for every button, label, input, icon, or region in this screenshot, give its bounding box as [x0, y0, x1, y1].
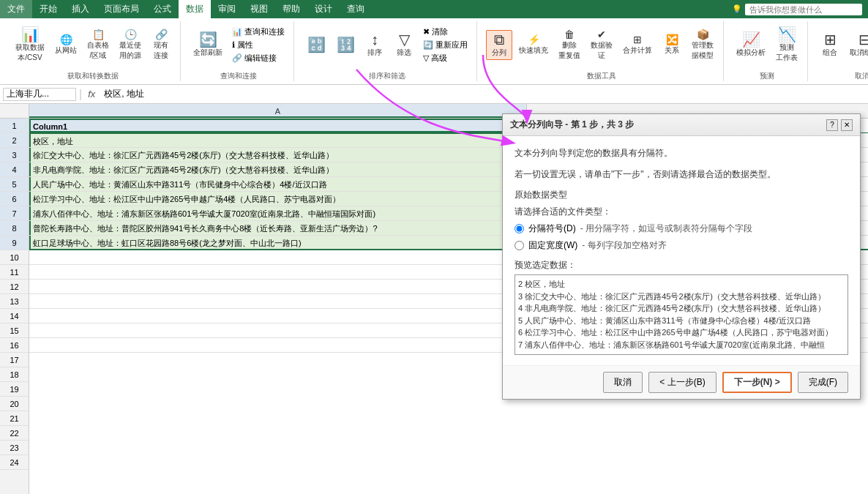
cell-a6[interactable]: 松江学习中心、地址：松江区中山中路265号申越广场4楼（人民路口、苏宁电器对面） — [29, 192, 527, 206]
tab-help[interactable]: 帮助 — [275, 0, 307, 18]
dialog-close-btn[interactable]: ✕ — [841, 119, 853, 131]
row-header-7[interactable]: 7 — [0, 206, 29, 221]
btn-properties[interactable]: ℹ属性 — [229, 39, 288, 51]
row-header-18[interactable]: 18 — [0, 367, 29, 382]
btn-get-data[interactable]: 📊 获取数据本/CSV — [12, 25, 48, 65]
btn-refresh-all[interactable]: 🔄 全部刷新 — [190, 30, 226, 60]
advanced-icon: ▽ — [423, 53, 429, 63]
row-header-4[interactable]: 4 — [0, 162, 29, 177]
btn-consolidate[interactable]: ⊞ 合并计算 — [619, 32, 656, 58]
tab-data[interactable]: 数据 — [179, 0, 211, 18]
btn-query-connect[interactable]: 📊查询和连接 — [229, 26, 288, 38]
btn-forecast-sheet[interactable]: 📉 预测工作表 — [772, 25, 801, 65]
cell-a9[interactable]: 虹口足球场中心、地址：虹口区花园路88号6楼(龙之梦对面、中山北一路口) — [29, 236, 527, 249]
row-header-17[interactable]: 17 — [0, 353, 29, 367]
cell-a10[interactable] — [29, 250, 527, 264]
row-header-14[interactable]: 14 — [0, 309, 29, 323]
row-header-19[interactable]: 19 — [0, 382, 29, 397]
btn-relationships[interactable]: 🔀 关系 — [659, 32, 685, 58]
tab-file[interactable]: 文件 — [0, 0, 32, 18]
row-header-23[interactable]: 23 — [0, 441, 29, 455]
tab-insert[interactable]: 插入 — [64, 0, 97, 18]
btn-prev[interactable]: < 上一步(B) — [648, 372, 716, 393]
radio-fixed[interactable] — [515, 241, 524, 250]
row-header-10[interactable]: 10 — [0, 250, 29, 265]
cell-a3[interactable]: 徐汇交大中心、地址：徐汇区广元西路45号2楼(东厅)（交大慧谷科技楼、近华山路） — [29, 148, 527, 162]
btn-manage-model[interactable]: 📦 管理数据模型 — [688, 27, 717, 63]
row-header-21[interactable]: 21 — [0, 411, 29, 426]
btn-cancel[interactable]: 取消 — [603, 372, 643, 393]
cell-a16[interactable] — [29, 338, 527, 352]
tab-view[interactable]: 视图 — [243, 0, 275, 18]
cell-a14[interactable] — [29, 309, 527, 323]
row-header-12[interactable]: 12 — [0, 280, 29, 294]
row-header-11[interactable]: 11 — [0, 265, 29, 280]
tab-query[interactable]: 查询 — [340, 0, 372, 18]
cell-a11[interactable] — [29, 265, 527, 279]
cell-a1[interactable]: Column1 — [29, 119, 527, 132]
cell-a4[interactable]: 非凡电商学院、地址：徐汇区广元西路45号2楼(东厅)（交大慧谷科技楼、近华山路） — [29, 162, 527, 176]
tab-home[interactable]: 开始 — [32, 0, 64, 18]
cell-a7[interactable]: 浦东八佰伴中心、地址：浦东新区张杨路601号华诚大厦7020室(近南泉北路、中融… — [29, 206, 527, 220]
query-connect-label: 查询和连接 — [220, 68, 257, 81]
preview-box[interactable]: 2 校区，地址3 徐汇交大中心、地址：徐汇区广元西路45号2楼(东厅)（交大慧谷… — [515, 274, 848, 355]
radio-delimited[interactable] — [515, 224, 524, 233]
tab-design[interactable]: 设计 — [307, 0, 340, 18]
cell-a15[interactable] — [29, 323, 527, 337]
btn-ungroup[interactable]: ⊟ 取消组合 — [846, 30, 868, 60]
btn-az-sort[interactable]: 🔡 — [303, 35, 329, 55]
row-header-13[interactable]: 13 — [0, 294, 29, 309]
radio-delimited-option: 分隔符号(D) - 用分隔字符，如逗号或制表符分隔每个字段 — [515, 222, 848, 235]
row-header-3[interactable]: 3 — [0, 148, 29, 162]
formula-input[interactable] — [101, 89, 865, 100]
data-tools-items: ⧉ 分列 ⚡ 快速填充 🗑 删除重复值 ✔ 数据验证 ⊞ 合并计算 — [486, 21, 717, 68]
row-header-15[interactable]: 15 — [0, 323, 29, 338]
btn-recent[interactable]: 🕒 最近使用的源 — [116, 27, 145, 63]
btn-text-to-columns[interactable]: ⧉ 分列 — [486, 30, 512, 60]
btn-clear[interactable]: ✖清除 — [420, 26, 471, 38]
btn-from-web[interactable]: 🌐 从网站 — [51, 32, 81, 58]
preview-row: 2 校区，地址 — [518, 278, 845, 291]
btn-existing-conn[interactable]: 🔗 现有连接 — [148, 27, 174, 63]
btn-next[interactable]: 下一步(N) > — [722, 372, 792, 393]
btn-za-sort[interactable]: 🔢 — [332, 35, 359, 55]
row-header-8[interactable]: 8 — [0, 221, 29, 236]
btn-edit-links[interactable]: 🔗编辑链接 — [229, 52, 288, 64]
row-header-20[interactable]: 20 — [0, 397, 29, 411]
btn-finish[interactable]: 完成(F) — [798, 372, 848, 393]
cell-a13[interactable] — [29, 294, 527, 308]
get-data-icon: 📊 — [21, 27, 40, 42]
btn-data-validation[interactable]: ✔ 数据验证 — [587, 27, 616, 63]
search-input[interactable] — [745, 4, 862, 15]
row-header-16[interactable]: 16 — [0, 338, 29, 353]
fx-label: fx — [85, 89, 98, 100]
cell-a12[interactable] — [29, 280, 527, 293]
btn-what-if[interactable]: 📈 模拟分析 — [733, 30, 769, 60]
btn-flash-fill[interactable]: ⚡ 快速填充 — [515, 32, 552, 58]
btn-group[interactable]: ⊞ 组合 — [817, 30, 843, 60]
cell-a8[interactable]: 普陀长寿路中心、地址：普陀区胶州路941号长久商务中心8楼（近长寿路、亚新生活广… — [29, 221, 527, 235]
forecast-sheet-icon: 📉 — [778, 27, 796, 42]
btn-from-table[interactable]: 📋 自表格/区域 — [83, 27, 113, 63]
tab-page-layout[interactable]: 页面布局 — [97, 0, 146, 18]
cell-a5[interactable]: 人民广场中心、地址：黄浦区山东中路311号（市民健身中心综合楼）4楼/近汉口路 — [29, 177, 527, 191]
btn-filter[interactable]: ▽ 筛选 — [391, 30, 417, 60]
btn-advanced[interactable]: ▽高级 — [420, 52, 471, 64]
cell-a2[interactable]: 校区，地址 — [29, 133, 527, 147]
dialog-question-btn[interactable]: ? — [826, 119, 838, 131]
row-header-2[interactable]: 2 — [0, 133, 29, 148]
row-header-5[interactable]: 5 — [0, 177, 29, 192]
btn-reapply[interactable]: 🔄重新应用 — [420, 39, 471, 51]
from-web-icon: 🌐 — [60, 34, 72, 45]
row-header-9[interactable]: 9 — [0, 236, 29, 250]
col-header-a[interactable]: A — [29, 104, 527, 118]
btn-sort[interactable]: ↕ 排序 — [362, 30, 388, 60]
row-header-24[interactable]: 24 — [0, 455, 29, 470]
tab-review[interactable]: 审阅 — [211, 0, 243, 18]
row-header-1[interactable]: 1 — [0, 119, 29, 133]
row-header-22[interactable]: 22 — [0, 426, 29, 441]
row-header-6[interactable]: 6 — [0, 192, 29, 206]
tab-formula[interactable]: 公式 — [146, 0, 179, 18]
name-box[interactable] — [3, 88, 76, 101]
btn-remove-dups[interactable]: 🗑 删除重复值 — [555, 27, 584, 63]
